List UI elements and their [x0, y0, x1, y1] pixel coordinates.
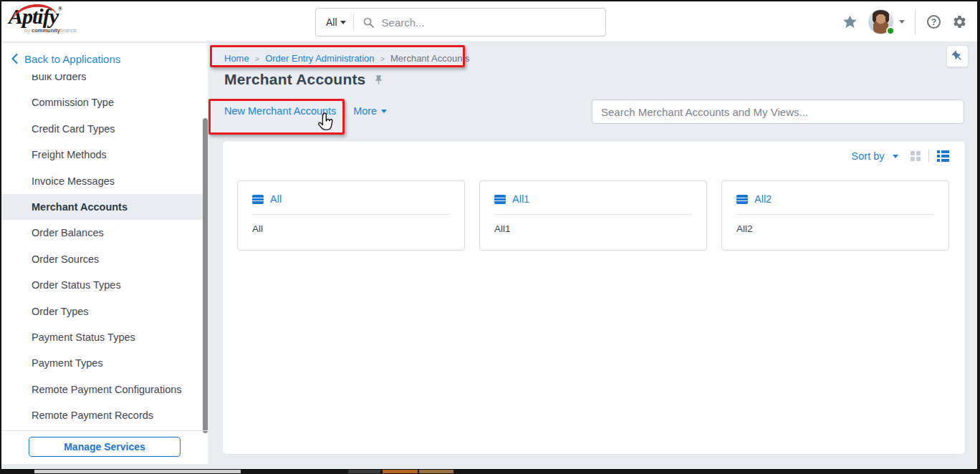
view-card-all2[interactable]: All2 All2 — [721, 180, 949, 251]
search-divider — [353, 14, 354, 31]
view-list-icon — [494, 195, 506, 204]
view-list-icon — [252, 195, 264, 204]
chevron-down-icon — [340, 21, 346, 24]
manage-services-button[interactable]: Manage Services — [29, 437, 181, 457]
view-card-title[interactable]: All1 — [512, 193, 529, 205]
sidebar-nav: Bulk Orders Commission Type Credit Card … — [1, 74, 203, 421]
taskbar-sliver — [0, 469, 980, 474]
taskbar-segment — [383, 470, 418, 473]
breadcrumb-separator: > — [380, 54, 385, 63]
more-label: More — [353, 105, 377, 117]
title-pin-icon[interactable] — [373, 74, 384, 85]
sidebar-item-payment-status-types[interactable]: Payment Status Types — [1, 324, 203, 350]
taskbar-segment — [34, 470, 241, 473]
top-header: Aptify® by communitybrands All ? — [1, 1, 977, 42]
taskbar-segment — [348, 470, 380, 473]
sidebar-item-order-status-types[interactable]: Order Status Types — [1, 272, 203, 298]
view-list-icon — [736, 195, 748, 204]
sidebar-footer-divider — [1, 430, 208, 431]
pushpin-icon — [948, 47, 966, 64]
header-divider — [915, 9, 916, 35]
pin-page-button[interactable] — [946, 45, 969, 67]
global-search-input[interactable] — [375, 16, 605, 29]
header-icon-group: ? — [842, 1, 967, 42]
sidebar-item-remote-payment-records[interactable]: Remote Payment Records — [1, 402, 203, 421]
grid-view-icon[interactable] — [911, 151, 921, 161]
breadcrumb-home[interactable]: Home — [224, 53, 249, 64]
annotation-box-new-merchant-accounts — [208, 99, 345, 135]
global-search-bar: All — [315, 8, 606, 37]
favorites-star-icon[interactable] — [842, 14, 858, 30]
toolbar-divider: | — [343, 105, 346, 117]
sidebar-item-commission-type[interactable]: Commission Type — [1, 90, 203, 115]
search-scope-label: All — [326, 16, 337, 28]
sidebar-item-order-types[interactable]: Order Types — [1, 299, 203, 324]
sidebar-item-merchant-accounts[interactable]: Merchant Accounts — [1, 194, 203, 220]
sidebar-item-credit-card-types[interactable]: Credit Card Types — [1, 116, 203, 142]
view-card-title[interactable]: All — [270, 193, 282, 205]
breadcrumb-separator: > — [255, 54, 259, 63]
settings-gear-icon[interactable] — [952, 14, 967, 29]
left-sidebar: Back to Applications Bulk Orders Commiss… — [1, 43, 208, 464]
list-view-icon[interactable] — [937, 150, 950, 162]
sort-by-dropdown[interactable]: Sort by — [852, 150, 885, 162]
registered-mark: ® — [58, 6, 62, 12]
help-icon[interactable]: ? — [927, 15, 941, 29]
more-menu-button[interactable]: More — [353, 105, 387, 117]
chevron-left-icon — [11, 54, 18, 64]
view-card-title[interactable]: All2 — [754, 193, 772, 205]
back-label: Back to Applications — [24, 53, 120, 65]
breadcrumb: Home > Order Entry Administration > Merc… — [224, 53, 470, 64]
toolbar: New Merchant Accounts | More — [224, 105, 387, 117]
sidebar-item-order-balances[interactable]: Order Balances — [1, 220, 203, 246]
user-avatar[interactable] — [868, 9, 893, 34]
new-merchant-accounts-button[interactable]: New Merchant Accounts — [224, 105, 336, 117]
breadcrumb-current: Merchant Accounts — [390, 53, 470, 64]
content-panel: Sort by All All All1 — [222, 140, 966, 455]
taskbar-segment — [419, 470, 453, 473]
sort-chevron-down-icon[interactable] — [893, 155, 898, 158]
page-title: Merchant Accounts — [224, 71, 366, 88]
view-cards: All All All1 All1 All2 All2 — [237, 180, 949, 251]
view-card-name: All2 — [736, 223, 934, 234]
aptify-logo[interactable]: Aptify® by communitybrands — [9, 4, 95, 40]
search-icon — [362, 16, 375, 29]
sidebar-item-invoice-messages[interactable]: Invoice Messages — [1, 168, 203, 194]
sidebar-item-freight-methods[interactable]: Freight Methods — [1, 142, 203, 168]
sidebar-item-payment-types[interactable]: Payment Types — [1, 350, 203, 376]
list-controls: Sort by — [852, 150, 949, 163]
back-to-applications[interactable]: Back to Applications — [1, 43, 208, 74]
sidebar-scrollbar[interactable] — [203, 118, 208, 433]
app-window: Aptify® by communitybrands All ? — [0, 0, 980, 474]
card-divider — [736, 214, 934, 215]
chevron-down-icon — [381, 110, 387, 113]
sidebar-item-order-sources[interactable]: Order Sources — [1, 246, 203, 272]
view-card-name: All — [252, 223, 450, 234]
merchant-accounts-search-input[interactable] — [592, 100, 964, 124]
card-divider — [252, 214, 450, 215]
view-card-all[interactable]: All All — [237, 180, 465, 251]
view-card-name: All1 — [494, 223, 692, 234]
view-card-all1[interactable]: All1 All1 — [479, 180, 707, 251]
profile-chevron-down-icon[interactable] — [899, 20, 905, 24]
breadcrumb-order-entry-administration[interactable]: Order Entry Administration — [265, 53, 374, 64]
card-divider — [494, 214, 692, 215]
search-scope-dropdown[interactable]: All — [316, 16, 353, 28]
sidebar-item-remote-payment-configurations[interactable]: Remote Payment Configurations — [1, 377, 203, 402]
view-toggle-divider — [928, 150, 929, 163]
sidebar-item-bulk-orders[interactable]: Bulk Orders — [1, 74, 203, 90]
online-status-dot — [886, 26, 895, 35]
